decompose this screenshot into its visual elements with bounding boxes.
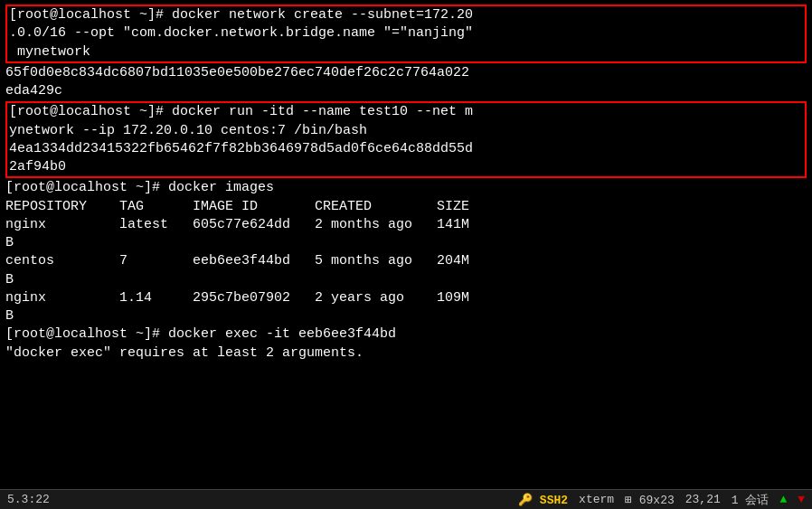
line: nginx latest 605c77e624dd 2 months ago 1… <box>5 216 807 234</box>
sessions: 1 会话 <box>732 492 770 508</box>
line: eda429c <box>5 82 807 100</box>
line: B <box>5 307 807 325</box>
line: "docker exec" requires at least 2 argume… <box>5 344 807 363</box>
statusbar: 5.3:22 🔑 SSH2 xterm ⊞ 69x23 23,21 1 会话 ▲… <box>0 489 812 509</box>
line: 4ea1334dd23415322fb65462f7f82bb3646978d5… <box>9 140 803 158</box>
terminal: [root@localhost ~]# docker network creat… <box>0 0 812 489</box>
download-icon: ▼ <box>798 493 805 506</box>
line: 65f0d0e8c834dc6807bd11035e0e500be276ec74… <box>5 64 807 82</box>
line: [root@localhost ~]# docker run -itd --na… <box>9 103 803 121</box>
command-block-2: [root@localhost ~]# docker run -itd --na… <box>5 101 807 178</box>
statusbar-left: 5.3:22 <box>7 493 518 506</box>
line: [root@localhost ~]# docker images <box>5 179 807 197</box>
line: B <box>5 271 807 289</box>
line: 2af94b0 <box>9 158 803 176</box>
line: centos 7 eeb6ee3f44bd 5 months ago 204M <box>5 252 807 270</box>
cursor-position: 23,21 <box>685 493 721 506</box>
line: REPOSITORY TAG IMAGE ID CREATED SIZE <box>5 198 807 216</box>
ssh-badge: 🔑 SSH2 <box>518 493 568 507</box>
line: [root@localhost ~]# docker exec -it eeb6… <box>5 325 807 344</box>
upload-icon: ▲ <box>779 493 787 506</box>
line: ynetwork --ip 172.20.0.10 centos:7 /bin/… <box>9 122 803 140</box>
line: B <box>5 234 807 252</box>
line: nginx 1.14 295c7be07902 2 years ago 109M <box>5 289 807 307</box>
statusbar-position: 5.3:22 <box>7 493 50 506</box>
statusbar-right: 🔑 SSH2 xterm ⊞ 69x23 23,21 1 会话 ▲ ▼ <box>518 492 805 508</box>
line: [root@localhost ~]# docker network creat… <box>9 6 803 24</box>
line: mynetwork <box>9 43 803 61</box>
command-block-1: [root@localhost ~]# docker network creat… <box>5 5 807 63</box>
line: .0.0/16 --opt "com.docker.network.bridge… <box>9 24 803 42</box>
xterm-label: xterm <box>579 493 614 506</box>
dimensions: ⊞ 69x23 <box>625 493 675 507</box>
